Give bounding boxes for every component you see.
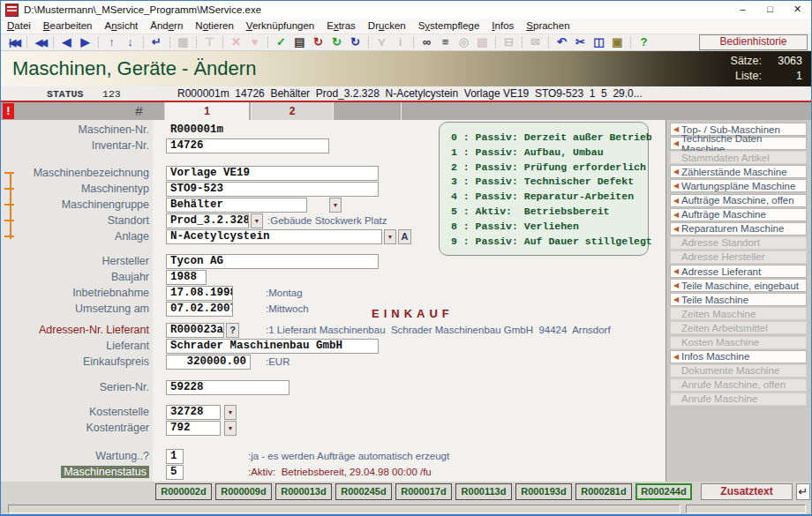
form-window-icon[interactable]: ▤ bbox=[290, 34, 309, 50]
info-icon[interactable]: i bbox=[391, 34, 410, 50]
anlage-button[interactable]: A bbox=[398, 229, 411, 244]
mail-icon[interactable]: ✉ bbox=[526, 34, 545, 50]
field-input[interactable]: 14726 bbox=[166, 138, 329, 153]
previous-page-icon[interactable]: ◀◀ bbox=[31, 34, 49, 50]
dropdown-button[interactable]: ▼ bbox=[224, 405, 237, 420]
bedienhistorie-button[interactable]: Bedienhistorie bbox=[699, 34, 808, 50]
minimize-button[interactable]: – bbox=[729, 1, 756, 19]
tab-1[interactable]: 1 bbox=[164, 102, 249, 120]
move-up-icon[interactable]: ↑ bbox=[102, 34, 121, 50]
menu-item-notieren[interactable]: Notieren bbox=[189, 19, 240, 34]
menu-item-infos[interactable]: Infos bbox=[485, 19, 520, 34]
dropdown-button[interactable]: ▼ bbox=[384, 229, 396, 244]
print-icon[interactable]: ⊟ bbox=[500, 34, 518, 50]
field-input[interactable]: 32728 bbox=[166, 405, 221, 420]
field-input[interactable]: 17.08.1998 bbox=[166, 286, 233, 301]
lookup-button[interactable]: ? bbox=[226, 323, 239, 338]
refresh-green-icon[interactable]: ↻ bbox=[327, 34, 346, 50]
record-button-r000009d[interactable]: R000009d bbox=[215, 483, 272, 500]
menu-item-datei[interactable]: Datei bbox=[1, 19, 37, 34]
confirm-icon[interactable]: ✓ bbox=[272, 34, 290, 50]
sidebar-item-infos-maschine[interactable]: ◀Infos Maschine bbox=[670, 350, 807, 363]
field-input[interactable]: 5 bbox=[166, 465, 184, 480]
field-input[interactable]: 1 bbox=[166, 449, 184, 464]
menu-item-ansicht[interactable]: Ansicht bbox=[99, 19, 145, 34]
menu-item-extras[interactable]: Extras bbox=[320, 19, 362, 34]
record-button-r000193d[interactable]: R000193d bbox=[515, 483, 572, 500]
preview-eye-icon[interactable]: ◎ bbox=[455, 34, 473, 50]
move-down-icon[interactable]: ↓ bbox=[121, 34, 139, 50]
triangle-left-icon: ◀ bbox=[671, 310, 681, 318]
sidebar-item-auftr-ge-maschine-offen[interactable]: ◀Aufträge Maschine, offen bbox=[670, 194, 807, 207]
dropdown-button[interactable]: ▼ bbox=[329, 198, 342, 213]
field-input[interactable]: 320000.00 bbox=[166, 355, 251, 370]
tab-2[interactable]: 2 bbox=[251, 102, 333, 120]
sidebar-item-adresse-lieferant[interactable]: ◀Adresse Lieferant bbox=[670, 265, 807, 278]
hash-icon: # bbox=[135, 102, 142, 120]
tree-icon[interactable]: ⊤ bbox=[200, 34, 219, 50]
field-input[interactable]: Prod_3.2.328 bbox=[166, 213, 249, 228]
refresh-red-icon[interactable]: ↻ bbox=[309, 34, 327, 50]
copy-icon[interactable]: ◫ bbox=[590, 34, 608, 50]
refresh-blue-icon[interactable]: ↻ bbox=[346, 34, 365, 50]
sidebar-item-dokumente-maschine: ◀Dokumente Maschine bbox=[670, 364, 807, 378]
dropdown-button[interactable]: ▼ bbox=[224, 421, 237, 436]
field-input[interactable]: 1988 bbox=[166, 270, 207, 285]
orange-marker-tick bbox=[4, 220, 14, 221]
toolbar-group: ✕♥ bbox=[227, 34, 264, 50]
field-input[interactable]: Behälter bbox=[166, 198, 307, 213]
cut-icon[interactable]: ✂ bbox=[571, 34, 590, 50]
field-label: Maschinentyp bbox=[1, 182, 149, 197]
sidebar-item-technische-daten-maschine[interactable]: ◀Technische Daten Maschine bbox=[670, 137, 807, 150]
record-button-r000245d[interactable]: R000245d bbox=[335, 483, 392, 500]
record-button-r000017d[interactable]: R000017d bbox=[395, 483, 452, 500]
record-button-r000113d[interactable]: R000113d bbox=[455, 483, 512, 500]
record-button-r000244d[interactable]: R000244d bbox=[635, 483, 692, 500]
menu-item-sprachen[interactable]: Sprachen bbox=[520, 19, 575, 34]
sidebar-item-reparaturen-maschine[interactable]: ◀Reparaturen Maschine bbox=[670, 222, 807, 236]
maximize-button[interactable]: □ bbox=[756, 1, 784, 19]
record-button-r000013d[interactable]: R000013d bbox=[275, 483, 332, 500]
dropdown-button[interactable]: ▼ bbox=[251, 213, 263, 228]
menu-item-systempflege[interactable]: Systempflege bbox=[412, 19, 486, 34]
record-button-r000002d[interactable]: R000002d bbox=[155, 483, 212, 500]
sidebar-item-teile-maschine[interactable]: ◀Teile Maschine bbox=[670, 293, 807, 306]
sidebar-item-teile-maschine-eingebaut[interactable]: ◀Teile Maschine, eingebaut bbox=[670, 279, 807, 292]
menu-item-verknpfungen[interactable]: Verknüpfungen bbox=[240, 19, 320, 34]
favorite-icon[interactable]: ♥ bbox=[245, 34, 264, 50]
form-row-wartung: Wartung..?1:ja - es werden Aufträge auto… bbox=[1, 449, 665, 465]
field-input[interactable]: 07.02.2007 bbox=[166, 302, 233, 317]
close-button[interactable]: ✕ bbox=[784, 1, 811, 19]
enter-icon[interactable]: ↵ bbox=[147, 34, 166, 50]
sidebar-item-wartungspl-ne-maschine[interactable]: ◀Wartungspläne Maschine bbox=[670, 179, 807, 192]
list-icon[interactable]: ≡ bbox=[436, 34, 455, 50]
record-button-r000281d[interactable]: R000281d bbox=[575, 483, 632, 500]
previous-record-icon[interactable]: ◀ bbox=[57, 34, 76, 50]
delete-icon[interactable]: ✕ bbox=[227, 34, 245, 50]
field-input[interactable]: 59228 bbox=[166, 380, 289, 395]
field-input[interactable]: Tycon AG bbox=[166, 254, 379, 269]
menu-item-ndern[interactable]: Ändern bbox=[144, 19, 189, 34]
search-binoculars-icon[interactable]: ∞ bbox=[417, 34, 436, 50]
share-icon[interactable]: ⋎ bbox=[372, 34, 391, 50]
palette-icon[interactable]: ▧ bbox=[473, 34, 492, 50]
paste-icon[interactable]: ▣ bbox=[608, 34, 627, 50]
next-record-icon[interactable]: ▶ bbox=[76, 34, 94, 50]
form-row-standort: StandortProd_3.2.328▼:Gebäude Stockwerk … bbox=[1, 213, 665, 229]
save-icon[interactable]: ▦ bbox=[174, 34, 192, 50]
field-input[interactable]: Vorlage VE19 bbox=[166, 166, 379, 181]
sidebar-item-z-hlerst-nde-maschine[interactable]: ◀Zählerstände Maschine bbox=[670, 165, 807, 178]
help-icon[interactable]: ? bbox=[635, 34, 653, 50]
undo-icon[interactable]: ↶ bbox=[553, 34, 571, 50]
field-input[interactable]: R000023a bbox=[166, 323, 224, 338]
menu-item-bearbeiten[interactable]: Bearbeiten bbox=[37, 19, 99, 34]
enter-icon[interactable]: ↵ bbox=[796, 483, 810, 500]
sidebar-item-auftr-ge-maschine[interactable]: ◀Aufträge Maschine bbox=[670, 208, 807, 221]
field-input[interactable]: STO9-523 bbox=[166, 182, 379, 197]
menu-item-drucken[interactable]: Drucken bbox=[362, 19, 412, 34]
first-record-icon[interactable]: |◀◀ bbox=[4, 34, 23, 50]
field-input[interactable]: N-Acetylcystein bbox=[166, 229, 382, 244]
field-input[interactable]: 792 bbox=[166, 421, 221, 436]
zusatztext-button[interactable]: Zusatztext bbox=[701, 483, 793, 500]
field-input[interactable]: Schrader Maschinenbau GmbH bbox=[166, 339, 379, 354]
